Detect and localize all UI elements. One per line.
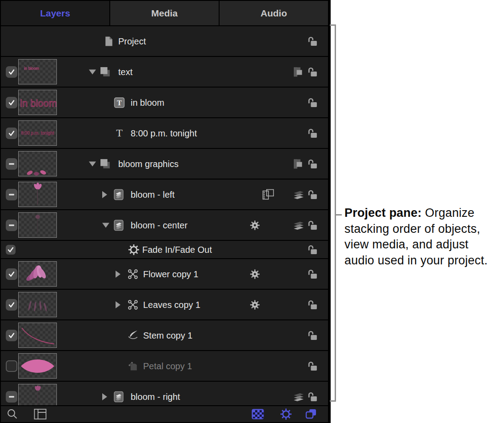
gear-icon[interactable] [250,269,260,279]
tab-label: Layers [40,8,70,19]
brush-icon [127,330,139,341]
disclosure-triangle[interactable] [102,223,109,227]
callout-bracket-mid-tick [336,214,342,215]
layer-name: bloom - left [131,189,175,200]
unlock-icon[interactable] [307,360,318,372]
tab-media[interactable]: Media [110,1,219,25]
layer-name: Petal copy 1 [143,361,192,371]
callout-line: stacking order of objects, [344,221,504,237]
layer-name: bloom graphics [118,159,179,169]
visibility-checkbox[interactable] [6,128,17,139]
visibility-checkbox[interactable] [6,219,17,231]
layer-name: Stem copy 1 [143,330,192,340]
layer-thumbnail [18,384,57,405]
gear-blue-icon[interactable] [280,408,292,420]
layer-row-text[interactable]: in bloomtext [1,57,328,88]
text-icon: T [114,128,125,139]
visibility-checkbox[interactable] [6,330,17,341]
layer-name: bloom - right [131,391,180,402]
visibility-checkbox[interactable] [6,158,17,170]
layers-badge-icon [292,220,305,230]
layer-thumbnail [18,292,57,317]
visibility-checkbox[interactable] [6,66,17,78]
search-icon[interactable] [6,408,18,420]
layer-row-in-bloom[interactable]: in bloomTin bloom [1,88,328,118]
visibility-checkbox[interactable] [6,245,16,255]
overlapping-squares-icon[interactable] [305,408,317,420]
screenshot-stage: LayersMediaAudio Projectin bloomtextin b… [0,0,504,423]
layer-row-bloom-graphics[interactable]: bloom graphics [1,149,328,180]
gear-icon[interactable] [250,299,260,310]
disclosure-triangle[interactable] [116,271,120,278]
visibility-checkbox[interactable] [6,299,17,311]
unlock-icon[interactable] [307,330,318,341]
unlock-icon[interactable] [307,219,318,231]
unlock-icon[interactable] [307,158,318,170]
svg-text:in bloom: in bloom [24,66,39,71]
layer-row-flower-copy-1[interactable]: Flower copy 1 [1,259,328,290]
visibility-checkbox[interactable] [6,268,17,280]
layout-columns-icon[interactable] [34,408,47,420]
unlock-icon[interactable] [307,244,318,255]
callout-line: Project pane: Organize [344,205,504,221]
layer-thumbnail [18,323,57,348]
layer-row-bloom-left[interactable]: bloom - left [1,180,328,210]
layer-thumbnail: 8:00 p.m. tonight [18,120,57,146]
tab-label: Media [151,8,178,19]
media-icon[interactable] [262,189,275,200]
layer-row-project[interactable]: Project [1,26,328,57]
layer-thumbnail [18,353,57,379]
tab-audio[interactable]: Audio [220,1,328,25]
layer-thumbnail: in bloom [18,59,57,84]
tab-bar: LayersMediaAudio [1,1,328,26]
disclosure-triangle[interactable] [89,161,96,166]
callout-text: Project pane: Organizestacking order of … [344,205,504,268]
visibility-checkbox[interactable] [6,189,17,200]
unlock-icon[interactable] [307,97,318,108]
unlock-icon[interactable] [307,66,318,78]
visibility-checkbox[interactable] [6,360,17,372]
layer-row-leaves-copy-1[interactable]: Leaves copy 1 [1,290,328,320]
callout-bracket-top-tick [330,24,335,26]
layer-row-stem-copy-1[interactable]: Stem copy 1 [1,320,328,351]
disclosure-triangle[interactable] [102,393,107,400]
disclosure-triangle[interactable] [116,301,120,308]
layer-row-petal-copy-1[interactable]: Petal copy 1 [1,351,328,382]
shape-icon [127,360,138,371]
svg-text:8:00 p.m. tonight: 8:00 p.m. tonight [21,131,54,136]
visibility-checkbox[interactable] [6,391,17,403]
layer-row-bloom-center[interactable]: bloom - center [1,210,328,241]
layer-row-fade-in-fade-out[interactable]: Fade In/Fade Out [1,241,328,259]
disclosure-triangle[interactable] [102,191,107,198]
layer-name: bloom - center [131,220,188,230]
layer-row-8-00-p-m-tonight[interactable]: 8:00 p.m. tonightT8:00 p.m. tonight [1,118,328,149]
disclosure-triangle[interactable] [89,69,96,74]
behavior-gear-icon [128,244,140,255]
unlock-icon[interactable] [307,268,318,280]
document-icon [105,36,113,46]
unlock-icon[interactable] [307,189,318,200]
unlock-icon[interactable] [307,299,318,311]
text-box-icon: T [114,97,125,108]
bottom-toolbar [1,405,328,422]
replicator-icon [127,299,139,311]
layer-name: 8:00 p.m. tonight [131,128,197,138]
layer-stack-icon [114,391,124,403]
visibility-checkbox[interactable] [6,97,17,108]
layer-list: Projectin bloomtextin bloomTin bloom8:00… [1,26,328,405]
unlock-icon[interactable] [307,391,318,403]
checkerboard-icon[interactable] [252,409,264,419]
group-icon [100,66,111,78]
layer-row-bloom-right[interactable]: bloom - right [1,382,328,405]
layer-name: Leaves copy 1 [143,299,200,310]
layer-name: Fade In/Fade Out [142,244,212,255]
unlock-icon[interactable] [307,36,318,47]
tab-layers[interactable]: Layers [1,1,109,25]
layer-thumbnail [18,212,57,238]
svg-text:T: T [116,128,123,139]
gear-icon[interactable] [250,220,260,230]
unlock-icon[interactable] [307,128,318,139]
callout-bracket-bottom-tick [330,400,335,402]
layer-name: in bloom [131,97,164,108]
group-badge-icon [292,66,304,77]
